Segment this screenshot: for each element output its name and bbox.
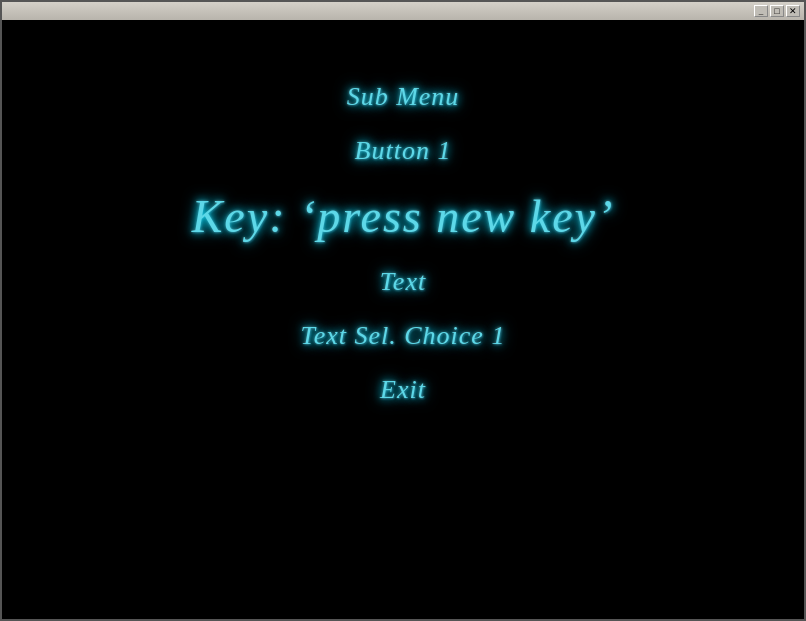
button1-item[interactable]: Button 1: [355, 136, 452, 166]
restore-button[interactable]: □: [770, 5, 784, 17]
key-label: Key: ‘press new key’: [192, 191, 615, 242]
text-sel-item[interactable]: Text Sel. Choice 1: [301, 321, 506, 351]
main-window: _ □ ✕ Sub Menu Button 1 Key: ‘press new …: [0, 0, 806, 621]
text-item[interactable]: Text: [380, 267, 426, 297]
text-sel-label: Text Sel. Choice 1: [301, 321, 506, 350]
content-area: Sub Menu Button 1 Key: ‘press new key’ T…: [2, 20, 804, 619]
exit-label: Exit: [380, 375, 426, 404]
sub-menu-item[interactable]: Sub Menu: [347, 82, 460, 112]
button1-label: Button 1: [355, 136, 452, 165]
title-bar: _ □ ✕: [2, 2, 804, 20]
text-label: Text: [380, 267, 426, 296]
minimize-button[interactable]: _: [754, 5, 768, 17]
exit-item[interactable]: Exit: [380, 375, 426, 405]
key-item[interactable]: Key: ‘press new key’: [192, 190, 615, 243]
close-button[interactable]: ✕: [786, 5, 800, 17]
sub-menu-label: Sub Menu: [347, 82, 460, 111]
